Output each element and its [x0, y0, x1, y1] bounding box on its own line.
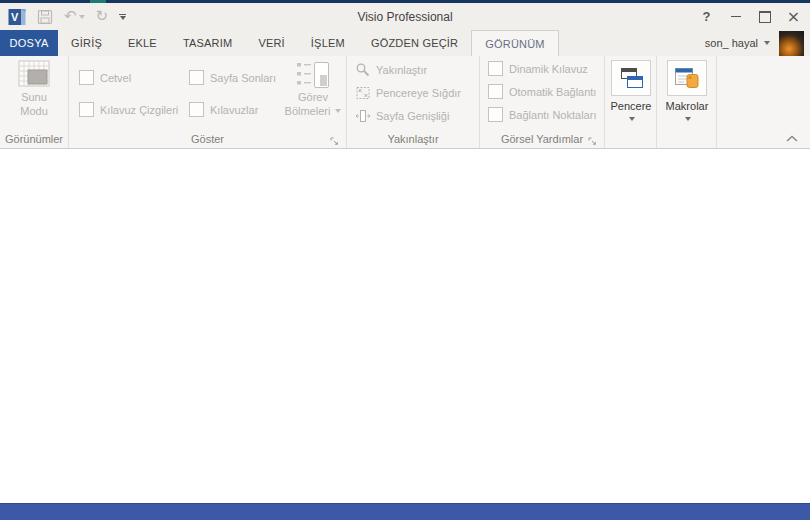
task-panes-icon	[296, 60, 330, 90]
page-width-icon	[355, 108, 371, 124]
checkbox-box	[488, 84, 503, 99]
checkbox-box	[488, 107, 503, 122]
pencere-label: Pencere	[611, 99, 652, 113]
group-label-makrolar	[657, 132, 716, 147]
fit-window-icon	[355, 85, 371, 101]
drawing-canvas	[0, 149, 810, 503]
pencereye-sigdir-button[interactable]: Pencereye Sığdır	[355, 85, 461, 101]
makrolar-label: Makrolar	[666, 99, 709, 113]
group-gorunumler: Sunu Modu Görünümler	[0, 56, 69, 148]
makrolar-button[interactable]: Makrolar	[665, 60, 709, 121]
user-caret-icon	[764, 41, 770, 45]
status-bar	[0, 503, 810, 520]
tab-tasarim[interactable]: TASARIM	[170, 30, 245, 56]
checkbox-box	[488, 61, 503, 76]
sayfa-genisligi-button[interactable]: Sayfa Genişliği	[355, 108, 449, 124]
macros-icon	[674, 67, 700, 89]
tab-ekle[interactable]: EKLE	[115, 30, 170, 56]
group-yakinlastir: Yakınlaştır Pencereye Sığdır Sayfa Geniş…	[347, 56, 480, 148]
group-gorsel-yardimlar: Dinamik Kılavuz Otomatik Bağlantı Bağlan…	[480, 56, 605, 148]
group-label-pencere	[605, 132, 656, 147]
checkbox-kilavuz-cizgileri[interactable]: Kılavuz Çizgileri	[79, 102, 178, 117]
group-makrolar: Makrolar	[657, 56, 717, 148]
yakinlastir-button[interactable]: Yakınlaştır	[355, 62, 427, 78]
undo-caret-icon	[79, 15, 85, 19]
group-pencere: Pencere	[605, 56, 657, 148]
sunu-modu-label-1: Sunu	[21, 90, 47, 104]
group-label-goster: Göster	[69, 132, 346, 147]
visio-logo-icon[interactable]: V	[8, 7, 26, 27]
checkbox-box	[189, 102, 204, 117]
group-label-gorunumler: Görünümler	[0, 132, 68, 147]
ribbon-tab-bar: DOSYA GİRİŞ EKLE TASARIM VERİ İŞLEM GÖZD…	[0, 30, 810, 56]
yakinlastir-label: Yakınlaştır	[376, 64, 427, 76]
window-controls: ? ×	[692, 3, 810, 30]
sunu-modu-button[interactable]: Sunu Modu	[6, 60, 62, 118]
tab-gorunum[interactable]: GÖRÜNÜM	[471, 30, 558, 56]
dropdown-caret-icon	[335, 109, 341, 113]
account-menu[interactable]: son_ hayal	[705, 30, 810, 56]
user-avatar	[779, 31, 804, 56]
makrolar-caret-icon	[685, 117, 691, 121]
gorev-label-1: Görev	[298, 90, 328, 104]
qat-customize-icon[interactable]	[119, 7, 126, 27]
checkbox-baglanti-noktalari[interactable]: Bağlantı Noktaları	[488, 107, 596, 122]
gorev-label-2: Bölmeleri	[285, 104, 342, 118]
magnifier-icon	[355, 62, 371, 78]
checkbox-dinamik-kilavuz[interactable]: Dinamik Kılavuz	[488, 61, 588, 76]
checkbox-label: Dinamik Kılavuz	[509, 63, 588, 75]
undo-icon[interactable]: ↶	[64, 7, 85, 27]
tab-gozden-gecir[interactable]: GÖZDEN GEÇİR	[358, 30, 471, 56]
pencere-caret-icon	[629, 117, 635, 121]
group-label-gorsel-yardimlar: Görsel Yardımlar	[480, 132, 604, 147]
ribbon-gorunum: Sunu Modu Görünümler Cetvel Kılavuz Çizg…	[0, 56, 810, 149]
tab-islem[interactable]: İŞLEM	[298, 30, 358, 56]
checkbox-cetvel[interactable]: Cetvel	[79, 70, 131, 85]
checkbox-label: Sayfa Sonları	[210, 72, 276, 84]
collapse-ribbon-icon[interactable]	[785, 134, 799, 144]
svg-text:V: V	[11, 11, 19, 23]
pencere-button[interactable]: Pencere	[609, 60, 653, 121]
close-icon[interactable]: ×	[779, 3, 808, 30]
quick-access-toolbar: V ↶ ↻	[0, 7, 126, 27]
checkbox-label: Kılavuzlar	[210, 104, 258, 116]
tab-giris[interactable]: GİRİŞ	[58, 30, 115, 56]
checkbox-label: Kılavuz Çizgileri	[100, 104, 178, 116]
checkbox-sayfa-sonlari[interactable]: Sayfa Sonları	[189, 70, 276, 85]
checkbox-kilavuzlar[interactable]: Kılavuzlar	[189, 102, 258, 117]
checkbox-box	[79, 70, 94, 85]
gorev-bolmeleri-button[interactable]: Görev Bölmeleri	[283, 60, 343, 118]
tab-dosya[interactable]: DOSYA	[0, 30, 58, 56]
checkbox-label: Cetvel	[100, 72, 131, 84]
visio-window: V ↶ ↻ Visio Professional	[0, 0, 810, 520]
checkbox-otomatik-baglanti[interactable]: Otomatik Bağlantı	[488, 84, 596, 99]
group-label-yakinlastir: Yakınlaştır	[347, 132, 479, 147]
user-name: son_ hayal	[705, 37, 758, 49]
window-icon	[618, 67, 644, 89]
sayfa-genisligi-label: Sayfa Genişliği	[376, 110, 449, 122]
sunu-modu-label-2: Modu	[20, 104, 48, 118]
maximize-icon[interactable]	[750, 3, 779, 30]
checkbox-box	[79, 102, 94, 117]
redo-icon[interactable]: ↻	[96, 7, 109, 27]
save-icon[interactable]	[37, 7, 53, 27]
title-bar: V ↶ ↻ Visio Professional	[0, 3, 810, 30]
group-goster: Cetvel Kılavuz Çizgileri Sayfa Sonları K…	[69, 56, 347, 148]
checkbox-box	[189, 70, 204, 85]
help-icon[interactable]: ?	[692, 3, 721, 30]
pencereye-sigdir-label: Pencereye Sığdır	[376, 87, 461, 99]
tab-veri[interactable]: VERİ	[245, 30, 297, 56]
minimize-icon[interactable]	[721, 3, 750, 30]
presentation-mode-icon	[16, 60, 52, 90]
checkbox-label: Bağlantı Noktaları	[509, 109, 596, 121]
checkbox-label: Otomatik Bağlantı	[509, 86, 596, 98]
